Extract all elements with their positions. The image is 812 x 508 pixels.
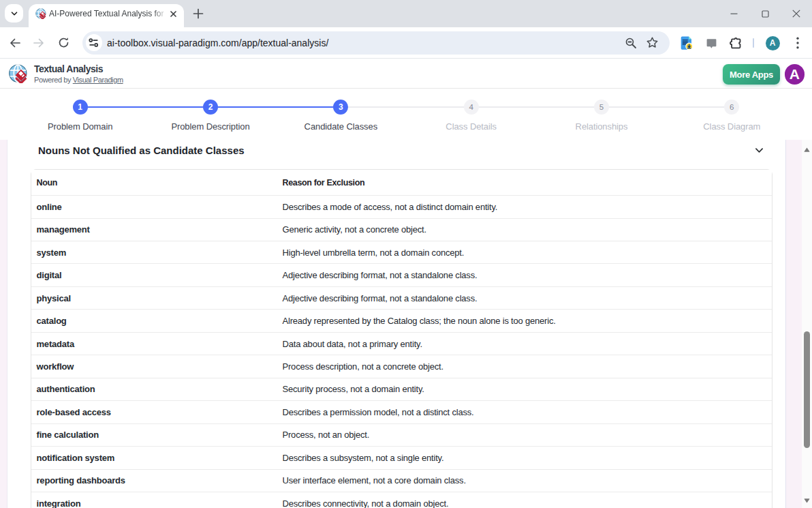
- maximize-icon: [762, 10, 769, 18]
- profile-initial: A: [770, 38, 776, 48]
- close-icon: [169, 10, 178, 18]
- table-row: digitalAdjective describing format, not …: [31, 264, 772, 286]
- noun-cell: notification system: [31, 453, 277, 463]
- scrollbar-up-button[interactable]: [802, 144, 812, 155]
- zoom-button[interactable]: [621, 33, 641, 53]
- window-controls: [718, 0, 812, 27]
- browser-window: AI-Powered Textual Analysis for: [0, 0, 812, 508]
- section-collapse-chevron-icon[interactable]: [755, 147, 763, 154]
- stepper-step-problem-domain[interactable]: 1Problem Domain: [15, 89, 145, 140]
- scrollbar-thumb[interactable]: [804, 331, 810, 448]
- table-row: reporting dashboardsUser interface eleme…: [31, 470, 772, 492]
- browser-tab[interactable]: AI-Powered Textual Analysis for: [29, 4, 184, 28]
- scroll-down-arrow-icon: [804, 498, 810, 504]
- table-row: managementGeneric activity, not a concre…: [31, 219, 772, 241]
- table-row: workflowProcess description, not a concr…: [31, 355, 772, 378]
- step-label: Candidate Classes: [304, 121, 377, 132]
- scrollbar-down-button[interactable]: [802, 495, 812, 506]
- zoom-out-icon: [625, 37, 637, 49]
- column-header-reason: Reason for Exclusion: [277, 178, 772, 188]
- visual-paradigm-link[interactable]: Visual Paradigm: [73, 76, 123, 84]
- table-row: role-based accessDescribes a permission …: [31, 401, 772, 423]
- browser-toolbar: ai-toolbox.visual-paradigm.com/app/textu…: [0, 27, 812, 59]
- table-row: authenticationSecurity process, not a do…: [31, 378, 772, 401]
- table-row: metadataData about data, not a primary e…: [31, 333, 772, 355]
- reason-cell: Describes a permission model, not a dist…: [277, 407, 772, 417]
- table-row: onlineDescribes a mode of access, not a …: [31, 196, 772, 218]
- vertical-scrollbar[interactable]: [802, 140, 812, 508]
- forward-button[interactable]: [29, 33, 49, 53]
- new-tab-button[interactable]: [193, 8, 204, 19]
- browser-profile-avatar[interactable]: A: [766, 36, 780, 50]
- tab-list-button[interactable]: [5, 4, 23, 23]
- table-header-row: Noun Reason for Exclusion: [31, 170, 772, 196]
- browser-tab-strip: AI-Powered Textual Analysis for: [0, 0, 812, 27]
- powered-by: Powered by Visual Paradigm: [34, 76, 123, 84]
- tab-favicon-vp-icon: [35, 8, 46, 19]
- bookmark-button[interactable]: [642, 33, 662, 53]
- tab-close-button[interactable]: [168, 8, 178, 19]
- plus-icon: [193, 8, 204, 19]
- reason-cell: Adjective describing format, not a stand…: [277, 270, 772, 280]
- step-number-badge: 4: [464, 100, 479, 115]
- noun-cell: workflow: [31, 361, 277, 372]
- extension-docs-icon[interactable]: [676, 33, 697, 53]
- reload-button[interactable]: [53, 33, 74, 53]
- section-header[interactable]: Nouns Not Qualified as Candidate Classes: [31, 145, 772, 156]
- step-connector-line: [348, 106, 463, 108]
- stepper-step-class-details[interactable]: 4Class Details: [406, 89, 536, 140]
- step-number-badge: 3: [333, 100, 348, 115]
- extensions-button[interactable]: [725, 33, 746, 53]
- reason-cell: Describes a subsystem, not a single enti…: [277, 453, 772, 463]
- noun-cell: fine calculation: [31, 430, 277, 440]
- noun-cell: digital: [31, 270, 277, 280]
- chat-bubble-icon: [706, 38, 717, 49]
- stepper-step-class-diagram[interactable]: 6Class Diagram: [667, 89, 797, 140]
- table-row: physicalAdjective describing format, not…: [31, 287, 772, 310]
- more-apps-button[interactable]: More Apps: [723, 64, 780, 85]
- reason-cell: Data about data, not a primary entity.: [277, 339, 772, 349]
- stepper-step-candidate-classes[interactable]: 3Candidate Classes: [276, 89, 406, 140]
- reason-cell: Generic activity, not a concrete object.: [277, 224, 772, 235]
- app-user-avatar[interactable]: A: [785, 64, 805, 85]
- noun-cell: metadata: [31, 339, 277, 349]
- window-maximize-button[interactable]: [749, 0, 781, 27]
- content-card: Nouns Not Qualified as Candidate Classes…: [7, 140, 786, 508]
- url-text[interactable]: ai-toolbox.visual-paradigm.com/app/textu…: [107, 38, 621, 48]
- step-label: Class Diagram: [703, 121, 760, 132]
- reload-icon: [58, 37, 69, 48]
- minimize-icon: [730, 10, 738, 18]
- step-label: Relationships: [576, 121, 628, 132]
- page-content: Nouns Not Qualified as Candidate Classes…: [0, 140, 812, 508]
- noun-cell: role-based access: [31, 407, 277, 417]
- step-number-badge: 1: [73, 100, 88, 115]
- table-row: integrationDescribes connectivity, not a…: [31, 492, 772, 508]
- app-avatar-initial: A: [790, 66, 800, 83]
- browser-menu-button[interactable]: [787, 33, 808, 53]
- forward-arrow-icon: [33, 37, 45, 49]
- kebab-menu-icon: [796, 37, 799, 49]
- noun-cell: management: [31, 224, 277, 235]
- step-number-badge: 2: [203, 100, 218, 115]
- powered-by-prefix: Powered by: [34, 76, 73, 84]
- noun-cell: physical: [31, 293, 277, 303]
- stepper-step-relationships[interactable]: 5Relationships: [536, 89, 666, 140]
- step-number-badge: 5: [594, 100, 609, 115]
- window-close-button[interactable]: [781, 0, 812, 27]
- extension-chat-icon[interactable]: [701, 33, 721, 53]
- reason-cell: Already represented by the Catalog class…: [277, 316, 772, 326]
- doc-download-icon: [678, 35, 695, 52]
- step-label: Class Details: [446, 121, 497, 132]
- window-minimize-button[interactable]: [718, 0, 749, 27]
- noun-cell: integration: [31, 498, 277, 508]
- column-header-noun: Noun: [31, 178, 277, 188]
- reason-cell: User interface element, not a core domai…: [277, 475, 772, 485]
- close-icon: [792, 10, 800, 18]
- reason-cell: High-level umbrella term, not a domain c…: [277, 248, 772, 258]
- stepper-step-problem-description[interactable]: 2Problem Description: [145, 89, 275, 140]
- page-title: Textual Analysis: [34, 63, 123, 74]
- address-bar[interactable]: ai-toolbox.visual-paradigm.com/app/textu…: [82, 31, 670, 55]
- site-info-button[interactable]: [86, 34, 103, 51]
- star-icon: [646, 36, 659, 49]
- back-button[interactable]: [5, 33, 25, 53]
